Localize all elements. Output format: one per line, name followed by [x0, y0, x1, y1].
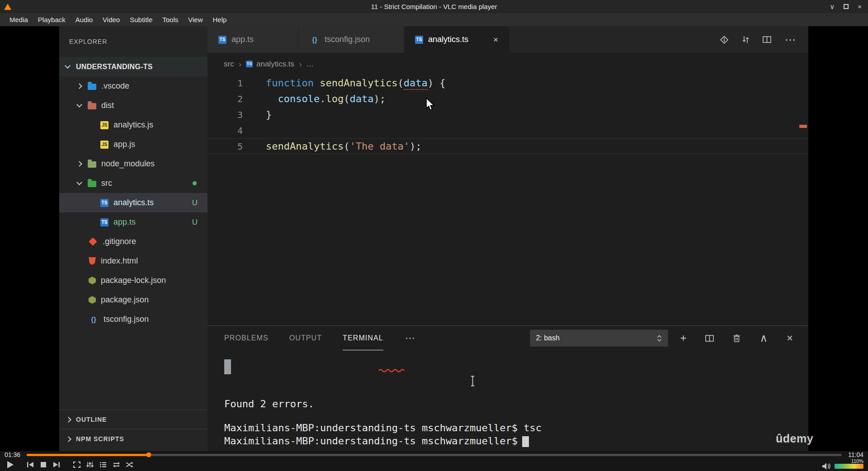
- tree-item-label: node_modules: [101, 159, 155, 169]
- tab-label: analytics.ts: [428, 35, 468, 44]
- tabs-container: TSapp.ts{}tsconfig.jsonTSanalytics.ts×: [208, 26, 509, 53]
- breadcrumb-separator: ›: [239, 59, 241, 69]
- window-title: 11 - Strict Compilation - VLC media play…: [0, 3, 868, 10]
- tree-item-label: package-lock.json: [101, 276, 166, 285]
- compare-changes-icon[interactable]: [742, 35, 749, 44]
- playlist-button[interactable]: [97, 459, 109, 470]
- terminal-line-found: Found 2 errors.: [224, 397, 314, 410]
- tab-tsconfig.json[interactable]: {}tsconfig.json: [299, 26, 404, 53]
- volume-icon[interactable]: [822, 462, 831, 470]
- tree-item-app.js[interactable]: JSapp.js: [59, 135, 208, 154]
- minimize-button[interactable]: ∨: [830, 3, 835, 10]
- git-icon: [89, 237, 97, 245]
- tree-item-analytics.js[interactable]: JSanalytics.js: [59, 115, 208, 135]
- tab-analytics.ts[interactable]: TSanalytics.ts×: [404, 26, 509, 53]
- close-panel-icon[interactable]: ×: [787, 333, 793, 344]
- panel-tab-output[interactable]: OUTPUT: [289, 326, 322, 350]
- tree-item-label: app.js: [113, 140, 135, 149]
- stop-button[interactable]: [38, 459, 49, 470]
- tree-item-app.ts[interactable]: TSapp.tsU: [59, 212, 208, 232]
- video-frame[interactable]: EXPLORER UNDERSTANDING-TS.vscodedistJSan…: [0, 26, 868, 451]
- open-changes-icon[interactable]: [720, 35, 729, 44]
- chevron-down-icon: [76, 179, 82, 185]
- explorer-sidebar: EXPLORER UNDERSTANDING-TS.vscodedistJSan…: [59, 26, 208, 451]
- line-number: 5: [208, 141, 243, 152]
- terminal-artifact-block: [224, 359, 231, 374]
- section-outline[interactable]: OUTLINE: [59, 410, 208, 429]
- menu-tools[interactable]: Tools: [157, 16, 183, 24]
- loop-button[interactable]: [110, 459, 122, 470]
- tree-item-UNDERSTANDING-TS[interactable]: UNDERSTANDING-TS: [59, 57, 208, 76]
- new-terminal-icon[interactable]: +: [680, 333, 686, 344]
- overview-ruler-error-mark: [799, 125, 807, 128]
- tree-item-src[interactable]: src: [59, 174, 208, 193]
- panel-tab-terminal[interactable]: TERMINAL: [343, 326, 383, 350]
- menu-video[interactable]: Video: [98, 16, 125, 24]
- bottom-panel: PROBLEMSOUTPUTTERMINAL ⋯ 2: bash +: [208, 325, 808, 451]
- mouse-pointer: [425, 98, 435, 113]
- section-label: NPM SCRIPTS: [76, 435, 124, 443]
- terminal-shell-select[interactable]: 2: bash: [530, 330, 668, 347]
- folder-node_modules-icon: [88, 161, 96, 168]
- code-line-2: 2 console.log(data);: [208, 91, 808, 107]
- terminal-content[interactable]: Found 2 errors. Maximilians-MBP:understa…: [208, 350, 808, 451]
- section-npm-scripts[interactable]: NPM SCRIPTS: [59, 429, 208, 448]
- tree-item-label: app.ts: [113, 217, 136, 227]
- js-file-icon: JS: [100, 121, 108, 129]
- seek-slider[interactable]: [27, 454, 842, 456]
- chevron-right-icon: [66, 417, 71, 423]
- tree-item-.gitignore[interactable]: .gitignore: [59, 232, 208, 251]
- breadcrumb-item[interactable]: TSanalytics.ts: [246, 60, 294, 69]
- editor-area: TSapp.ts{}tsconfig.jsonTSanalytics.ts× ⋯…: [208, 26, 808, 451]
- tree-item-analytics.ts[interactable]: TSanalytics.tsU: [59, 193, 208, 212]
- split-terminal-icon[interactable]: [705, 335, 714, 342]
- menu-subtitle[interactable]: Subtitle: [125, 16, 157, 24]
- vlc-titlebar[interactable]: 11 - Strict Compilation - VLC media play…: [0, 0, 868, 13]
- random-button[interactable]: [123, 459, 135, 470]
- maximize-panel-icon[interactable]: ∧: [760, 333, 768, 344]
- tree-item-node_modules[interactable]: node_modules: [59, 154, 208, 174]
- code-area[interactable]: 1function sendAnalytics(data) {2 console…: [208, 75, 808, 154]
- time-total: 11:04: [848, 451, 863, 458]
- code-line-5: 5sendAnalytics('The data');: [208, 138, 808, 154]
- menu-help[interactable]: Help: [208, 16, 232, 24]
- menu-view[interactable]: View: [183, 16, 208, 24]
- tree-item-label: analytics.js: [113, 120, 153, 130]
- extended-settings-button[interactable]: [84, 459, 96, 470]
- line-number: 3: [208, 109, 243, 120]
- next-button[interactable]: [51, 459, 62, 470]
- tree-item-tsconfig.json[interactable]: {}tsconfig.json: [59, 310, 208, 329]
- seek-handle[interactable]: [146, 452, 151, 457]
- terminal-text: Found 2 errors.: [224, 398, 314, 410]
- menu-audio[interactable]: Audio: [71, 16, 98, 24]
- split-editor-icon[interactable]: [763, 36, 771, 43]
- panel-more-icon[interactable]: ⋯: [405, 332, 415, 344]
- volume-slider[interactable]: [835, 464, 863, 469]
- previous-button[interactable]: [24, 459, 36, 470]
- json-braces-icon: {}: [310, 36, 320, 43]
- tree-item-dist[interactable]: dist: [59, 96, 208, 115]
- breadcrumb-separator: ›: [299, 59, 302, 69]
- tree-item-package-lock.json[interactable]: package-lock.json: [59, 271, 208, 290]
- menu-media[interactable]: Media: [5, 16, 33, 24]
- npm-icon: [89, 296, 96, 304]
- tree-item-package.json[interactable]: package.json: [59, 290, 208, 310]
- breadcrumb-item[interactable]: src: [224, 60, 234, 69]
- chevron-down-icon: [76, 102, 82, 108]
- tree-item-index.html[interactable]: index.html: [59, 251, 208, 271]
- menu-playback[interactable]: Playback: [33, 16, 71, 24]
- editor-more-actions-icon[interactable]: ⋯: [785, 34, 796, 45]
- fullscreen-button[interactable]: [71, 459, 83, 470]
- kill-terminal-icon[interactable]: [733, 334, 741, 343]
- maximize-button[interactable]: [844, 4, 849, 9]
- close-tab-icon[interactable]: ×: [486, 35, 498, 45]
- tab-app.ts[interactable]: TSapp.ts: [208, 26, 299, 53]
- git-untracked-badge: U: [192, 198, 198, 207]
- close-window-button[interactable]: ×: [858, 3, 862, 10]
- volume-slider-area: 110%: [835, 458, 863, 470]
- volume-controls: 110%: [822, 458, 863, 471]
- tree-item-.vscode[interactable]: .vscode: [59, 76, 208, 96]
- breadcrumb-item[interactable]: …: [306, 60, 314, 69]
- panel-tab-problems[interactable]: PROBLEMS: [224, 326, 269, 350]
- play-button[interactable]: [5, 459, 16, 470]
